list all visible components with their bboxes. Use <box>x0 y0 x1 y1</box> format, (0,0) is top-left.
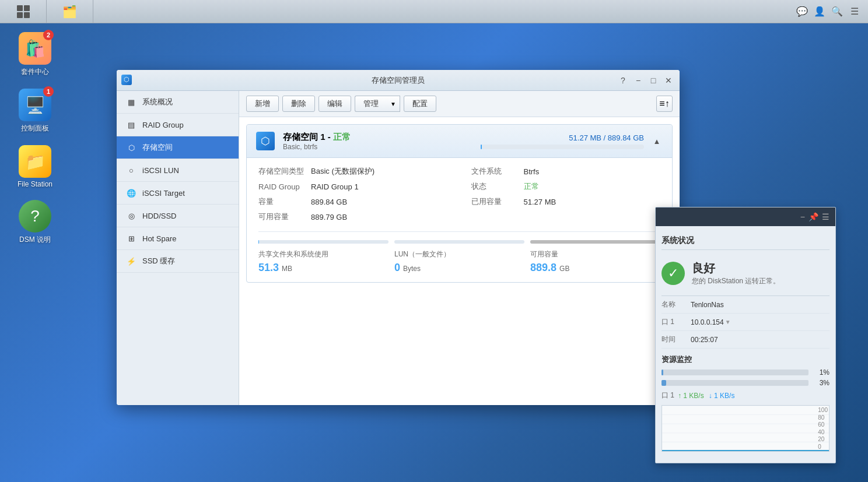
type-value-text: Basic <box>311 167 330 175</box>
filestation-taskbar-icon: 🗂️ <box>62 5 77 19</box>
info-ip-label: 口 1 <box>662 317 691 327</box>
info-row-ip: 口 1 10.0.0.154 ▼ <box>662 314 830 331</box>
taskbar-right: 💬 👤 🔍 ☰ <box>796 5 868 18</box>
sidebar-item-iscsi-target[interactable]: 🌐 iSCSI Target <box>117 182 239 205</box>
close-button[interactable]: ✕ <box>662 74 675 87</box>
minimize-button[interactable]: − <box>632 74 645 87</box>
chart-label-0: 0 <box>818 444 828 450</box>
breakdown-shared-value: 51.3 MB <box>258 262 388 274</box>
message-icon[interactable]: 💬 <box>796 5 808 18</box>
info-ip-dropdown[interactable]: 10.0.0.154 ▼ <box>691 318 731 326</box>
usage-text: 51.27 MB / 889.84 GB <box>481 133 644 142</box>
fs-value: Btrfs <box>524 167 540 176</box>
breakdown-lun-value: 0 Bytes <box>394 262 524 274</box>
breakdown-shared-col: 共享文件夹和系统使用 51.3 MB <box>258 249 388 274</box>
add-button[interactable]: 新增 <box>246 96 279 112</box>
chart-label-60: 60 <box>818 421 828 428</box>
shared-val: 51.3 <box>258 262 279 273</box>
status-panel-minimize[interactable]: − <box>800 212 805 221</box>
detail-row-used: 已用容量 51.27 MB <box>471 196 661 207</box>
lun-val: 0 <box>394 262 400 273</box>
mem-bar-track <box>662 380 808 386</box>
sidebar-item-storage-pool[interactable]: ⬡ 存储空间 <box>117 136 239 159</box>
sidebar-item-overview[interactable]: ▦ 系统概况 <box>117 91 239 114</box>
taskbar-app-packages[interactable] <box>0 0 47 23</box>
sort-button[interactable]: ≡↑ <box>656 96 673 112</box>
chart-label-20: 20 <box>818 436 828 442</box>
manage-dropdown-arrow[interactable]: ▼ <box>387 96 400 112</box>
window-title-icon: ⬡ <box>121 75 133 86</box>
maximize-button[interactable]: □ <box>647 74 660 87</box>
available-label: 可用容量 <box>258 212 311 222</box>
raid-value: RAID Group 1 <box>311 182 359 191</box>
sidebar-item-raid-group[interactable]: ▤ RAID Group <box>117 114 239 136</box>
usage-bar-container <box>481 145 644 149</box>
sidebar: ▦ 系统概况 ▤ RAID Group ⬡ 存储空间 ○ iSCSI LUN 🌐 <box>117 91 239 405</box>
dsm-help-icon: ? <box>19 200 51 233</box>
help-button[interactable]: ? <box>617 74 629 87</box>
breakdown-shared-title: 共享文件夹和系统使用 <box>258 249 388 259</box>
detail-row-status: 状态 正常 <box>471 181 661 192</box>
status-panel: − 📌 ☰ 系统状况 ✓ 良好 您的 DiskStation 运转正常。 名称 … <box>655 207 836 463</box>
breakdown-labels: 共享文件夹和系统使用 51.3 MB LUN（一般文件） 0 <box>258 249 660 274</box>
desktop-icon-file-station[interactable]: 📁 File Station <box>12 145 58 188</box>
window-title: 存储空间管理员 <box>372 75 425 86</box>
delete-button[interactable]: 删除 <box>282 96 315 112</box>
control-panel-badge: 1 <box>43 86 54 97</box>
used-value: 51.27 MB <box>524 198 556 206</box>
raid-icon: ▤ <box>126 119 136 130</box>
search-icon[interactable]: 🔍 <box>831 5 844 18</box>
chart-svg <box>662 406 829 451</box>
edit-button[interactable]: 编辑 <box>318 96 351 112</box>
status-panel-pin[interactable]: 📌 <box>808 212 818 221</box>
avail-val: 889.8 <box>530 262 556 273</box>
status-panel-controls: − 📌 ☰ <box>800 212 830 221</box>
sidebar-item-overview-label: 系统概况 <box>142 97 173 107</box>
sidebar-item-ssd-cache[interactable]: ⚡ SSD 缓存 <box>117 250 239 273</box>
breakdown-bars <box>258 240 660 244</box>
desktop-icon-package-center[interactable]: 🛍️ 2 套件中心 <box>12 32 58 77</box>
detail-row-available: 可用容量 889.79 GB <box>258 212 448 222</box>
fs-label: 文件系统 <box>471 166 524 177</box>
detail-grid: 存储空间类型 Basic (无数据保护) 文件系统 Btrfs <box>258 166 660 222</box>
configure-button[interactable]: 配置 <box>404 96 436 112</box>
breakdown-available-col: 可用容量 889.8 GB <box>530 249 660 274</box>
status-panel-menu[interactable]: ☰ <box>822 212 830 221</box>
capacity-label: 容量 <box>258 196 311 207</box>
detail-row-capacity: 容量 889.84 GB <box>258 196 448 207</box>
manage-button[interactable]: 管理 <box>355 96 387 112</box>
breakdown-available-bar <box>530 240 660 244</box>
info-name-label: 名称 <box>662 300 691 309</box>
sidebar-item-ssd-cache-label: SSD 缓存 <box>142 256 175 266</box>
sidebar-item-hdd-ssd[interactable]: ◎ HDD/SSD <box>117 205 239 227</box>
detail-row-fs: 文件系统 Btrfs <box>471 166 661 177</box>
lun-unit: Bytes <box>403 265 421 273</box>
taskbar-left: 🗂️ <box>0 0 796 23</box>
user-icon[interactable]: 👤 <box>813 5 826 18</box>
storage-collapse-button[interactable]: ▲ <box>650 134 664 148</box>
desktop-icon-control-panel[interactable]: 🖥️ 1 控制面板 <box>12 89 58 133</box>
raid-label: RAID Group <box>258 182 311 191</box>
usage-breakdown: 共享文件夹和系统使用 51.3 MB LUN（一般文件） 0 <box>258 231 660 274</box>
cpu-bar-track <box>662 370 808 375</box>
ip-dropdown-arrow: ▼ <box>725 319 731 325</box>
detail-row-type: 存储空间类型 Basic (无数据保护) <box>258 166 448 177</box>
sidebar-item-iscsi-lun[interactable]: ○ iSCSI LUN <box>117 159 239 182</box>
sidebar-item-hdd-ssd-label: HDD/SSD <box>142 212 177 220</box>
storage-icon: ⬡ <box>126 142 136 153</box>
desktop-icon-dsm-help[interactable]: ? DSM 说明 <box>12 200 58 245</box>
file-station-label: File Station <box>18 180 52 188</box>
net-down: ↓ 1 KB/s <box>709 392 735 400</box>
desktop-icons: 🛍️ 2 套件中心 🖥️ 1 控制面板 📁 File Station ? DSM… <box>12 32 58 245</box>
sidebar-item-hot-spare[interactable]: ⊞ Hot Spare <box>117 227 239 250</box>
chart-label-100: 100 <box>818 407 828 413</box>
taskbar-app-filstation[interactable]: 🗂️ <box>47 0 93 23</box>
status-panel-body: 系统状况 ✓ 良好 您的 DiskStation 运转正常。 名称 Tenlon… <box>656 226 835 458</box>
storage-details: 存储空间类型 Basic (无数据保护) 文件系统 Btrfs <box>247 158 672 282</box>
overview-icon: ▦ <box>126 97 136 107</box>
menu-icon[interactable]: ☰ <box>848 5 861 18</box>
breakdown-lun-col: LUN（一般文件） 0 Bytes <box>394 249 524 274</box>
info-ip-value: 10.0.0.154 <box>691 318 724 326</box>
shared-unit: MB <box>282 265 292 273</box>
sidebar-item-storage-label: 存储空间 <box>142 142 173 153</box>
